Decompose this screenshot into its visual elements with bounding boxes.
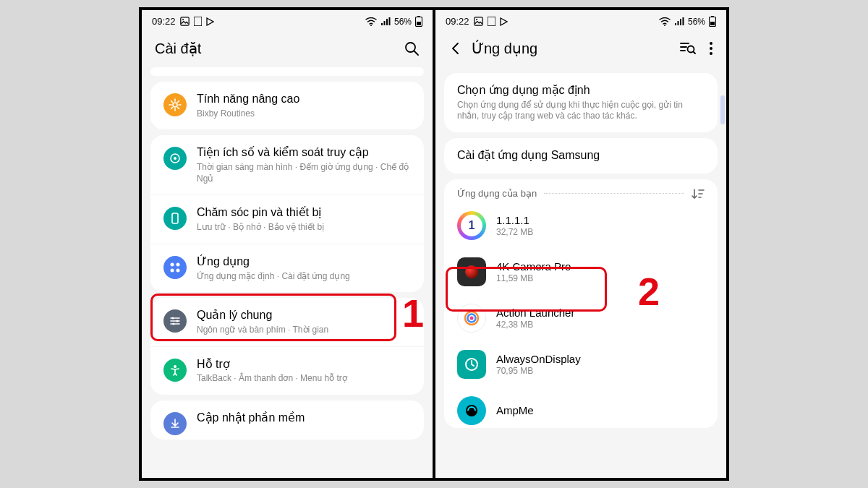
row-sub: Ngôn ngữ và bàn phím · Thời gian <box>197 325 411 336</box>
wellbeing-icon <box>163 147 187 170</box>
notification-icon <box>488 17 495 26</box>
svg-rect-0 <box>180 17 188 25</box>
row-title: Tính năng nâng cao <box>197 92 411 107</box>
row-title: Ứng dụng <box>197 254 411 270</box>
svg-point-14 <box>176 262 180 266</box>
status-bar: 09:22 56% <box>142 10 433 33</box>
svg-rect-30 <box>710 22 715 25</box>
svg-line-35 <box>694 52 696 54</box>
row-title: Tiện ích số và kiểm soát truy cập <box>197 145 411 160</box>
wifi-icon <box>659 17 671 26</box>
app-sub: 70,95 MB <box>496 366 581 376</box>
row-sub: Ứng dụng mặc định · Cài đặt ứng dụng <box>197 271 411 283</box>
row-title: Cập nhật phần mềm <box>197 411 411 426</box>
row-digital-wellbeing[interactable]: Tiện ích số và kiểm soát truy cập Thời g… <box>150 135 424 194</box>
settings-main-screen: 09:22 56% Cài đặt Tính năng nâng cao Bix… <box>142 10 433 478</box>
status-time: 09:22 <box>152 16 176 27</box>
svg-point-25 <box>476 19 477 20</box>
filter-search-icon[interactable] <box>680 41 696 56</box>
svg-rect-12 <box>172 213 178 223</box>
header: Cài đặt <box>142 33 433 67</box>
page-title: Ứng dụng <box>472 40 680 57</box>
svg-point-15 <box>171 268 174 272</box>
header: Ứng dụng <box>435 33 726 67</box>
row-advanced[interactable]: Tính năng nâng cao Bixby Routines <box>150 82 424 129</box>
download-icon <box>163 412 187 435</box>
app-icon-clock <box>457 350 486 379</box>
gear-icon <box>163 93 187 116</box>
svg-point-38 <box>710 52 712 55</box>
svg-point-23 <box>174 365 176 368</box>
row-title: Chăm sóc pin và thiết bị <box>197 205 411 221</box>
play-icon <box>206 17 214 26</box>
row-battery-care[interactable]: Chăm sóc pin và thiết bị Lưu trữ · Bộ nh… <box>150 194 424 243</box>
app-icon-amp <box>457 396 486 425</box>
row-apps[interactable]: Ứng dụng Ứng dụng mặc định · Cài đặt ứng… <box>150 244 424 292</box>
svg-point-1 <box>182 19 184 20</box>
svg-point-37 <box>710 47 712 50</box>
apps-icon <box>163 256 187 279</box>
page-title: Cài đặt <box>155 40 404 57</box>
app-1111[interactable]: 1 1.1.1.1 32,72 MB <box>444 202 718 249</box>
card-title: Cài đặt ứng dụng Samsung <box>457 148 705 163</box>
apps-list-card: Ứng dụng của bạn 1 1.1.1.1 32,72 MB 4K C… <box>444 179 718 428</box>
row-sub: Thời gian sáng màn hình · Đếm giờ ứng dụ… <box>197 162 411 184</box>
row-title: Hỗ trợ <box>197 357 411 372</box>
card-sub: Chọn ứng dụng để sử dụng khi thực hiện c… <box>457 100 705 122</box>
settings-card-3: Quản lý chung Ngôn ngữ và bàn phím · Thờ… <box>150 298 424 395</box>
card-peek <box>150 67 424 76</box>
sliders-icon <box>163 309 187 333</box>
app-title: AlwaysOnDisplay <box>496 353 581 365</box>
scrollbar[interactable] <box>720 95 725 124</box>
status-bar: 09:22 56% <box>435 10 726 33</box>
row-sub: TalkBack · Âm thanh đơn · Menu hỗ trợ <box>197 373 411 385</box>
sort-icon[interactable] <box>692 188 705 200</box>
signal-icon <box>380 17 391 26</box>
battery-percent: 56% <box>688 17 705 27</box>
app-icon-1111: 1 <box>457 211 486 240</box>
app-sub: 11,59 MB <box>496 273 571 283</box>
row-general[interactable]: Quản lý chung Ngôn ngữ và bàn phím · Thờ… <box>150 298 424 346</box>
more-icon[interactable] <box>709 41 713 56</box>
svg-rect-2 <box>194 17 202 26</box>
row-accessibility[interactable]: Hỗ trợ TalkBack · Âm thanh đơn · Menu hỗ… <box>150 346 424 395</box>
settings-card-1: Tính năng nâng cao Bixby Routines <box>150 82 424 129</box>
notification-icon <box>194 17 202 26</box>
play-icon <box>500 17 508 26</box>
row-title: Quản lý chung <box>197 308 411 323</box>
row-sub: Lưu trữ · Bộ nhớ · Bảo vệ thiết bị <box>197 222 411 234</box>
row-sub: Bixby Routines <box>197 108 411 120</box>
app-4kcamera[interactable]: 4K Camera Pro 11,59 MB <box>444 249 718 295</box>
svg-point-13 <box>171 262 174 266</box>
app-alwayson[interactable]: AlwaysOnDisplay 70,95 MB <box>444 341 718 388</box>
wifi-icon <box>365 17 377 26</box>
battery-percent: 56% <box>394 17 412 27</box>
svg-point-16 <box>176 268 180 272</box>
svg-point-36 <box>710 42 712 45</box>
app-icon-camera <box>457 257 486 286</box>
app-title: Action Launcher <box>496 307 574 319</box>
apps-list-screen: 09:22 56% Ứng dụng Chọn ứng dụng mặc địn… <box>433 10 726 478</box>
row-update[interactable]: Cập nhật phần mềm <box>150 401 424 440</box>
settings-card-2: Tiện ích số và kiểm soát truy cập Thời g… <box>150 135 424 292</box>
svg-point-22 <box>172 323 174 325</box>
app-ampme[interactable]: AmpMe <box>444 388 718 428</box>
status-time: 09:22 <box>446 16 469 27</box>
svg-point-9 <box>173 103 177 107</box>
section-label: Ứng dụng của bạn <box>457 188 537 199</box>
app-actionlauncher[interactable]: Action Launcher 42,38 MB <box>444 295 718 341</box>
app-sub: 32,72 MB <box>496 227 533 237</box>
search-icon[interactable] <box>404 40 420 56</box>
svg-point-41 <box>470 316 474 320</box>
app-sub: 42,38 MB <box>496 320 574 330</box>
card-title: Chọn ứng dụng mặc định <box>457 83 705 98</box>
settings-card-4: Cập nhật phần mềm <box>150 401 424 440</box>
svg-rect-26 <box>488 17 495 26</box>
accessibility-icon <box>163 359 187 382</box>
app-title: 1.1.1.1 <box>496 214 533 226</box>
app-title: 4K Camera Pro <box>496 260 571 273</box>
default-apps-card[interactable]: Chọn ứng dụng mặc định Chọn ứng dụng để … <box>444 73 718 132</box>
samsung-apps-card[interactable]: Cài đặt ứng dụng Samsung <box>444 138 718 174</box>
back-icon[interactable] <box>448 41 463 56</box>
svg-point-27 <box>664 25 665 26</box>
